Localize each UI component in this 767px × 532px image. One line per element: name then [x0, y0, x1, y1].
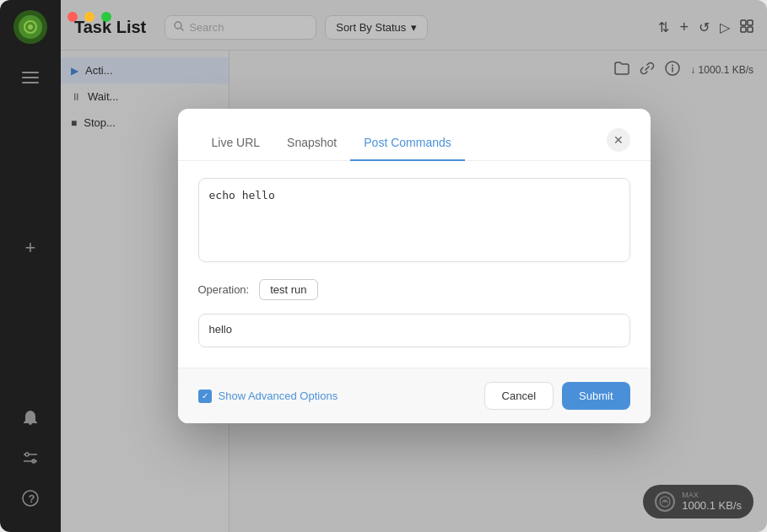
svg-text:?: ?: [29, 492, 35, 505]
sidebar-filter-icon[interactable]: [14, 441, 47, 475]
cancel-button[interactable]: Cancel: [484, 382, 554, 410]
advanced-checkbox[interactable]: ✓: [198, 390, 212, 403]
sidebar-add-icon[interactable]: +: [14, 231, 47, 265]
svg-rect-3: [22, 77, 39, 78]
operation-badge: test run: [259, 279, 317, 300]
modal-body: echo hello Operation: test run hello: [178, 161, 651, 368]
svg-rect-2: [22, 72, 39, 73]
footer-buttons: Cancel Submit: [484, 382, 630, 410]
modal-dialog: Live URL Snapshot Post Commands ✕ echo h…: [178, 109, 651, 423]
modal-close-button[interactable]: ✕: [607, 128, 630, 152]
command-textarea[interactable]: echo hello: [198, 178, 630, 262]
app-window: + ?: [0, 0, 767, 532]
svg-rect-4: [22, 82, 39, 83]
app-logo: [14, 10, 47, 44]
operation-row: Operation: test run: [198, 279, 630, 300]
output-textarea[interactable]: hello: [198, 314, 630, 347]
sidebar-help-icon[interactable]: ?: [14, 481, 47, 515]
show-advanced-label: Show Advanced Options: [219, 390, 338, 402]
traffic-lights: [68, 12, 111, 22]
app-logo-inner: [19, 15, 42, 39]
svg-point-1: [28, 24, 33, 30]
tab-live-url[interactable]: Live URL: [198, 126, 274, 161]
tab-snapshot[interactable]: Snapshot: [273, 126, 350, 161]
modal-footer: ✓ Show Advanced Options Cancel Submit: [178, 368, 651, 423]
submit-button[interactable]: Submit: [562, 382, 629, 410]
traffic-light-red[interactable]: [68, 12, 78, 22]
sidebar-menu-icon[interactable]: [14, 61, 47, 94]
operation-label: Operation:: [198, 283, 250, 296]
sidebar-bell-icon[interactable]: [14, 400, 47, 434]
show-advanced-options[interactable]: ✓ Show Advanced Options: [198, 390, 338, 403]
sidebar: + ?: [0, 0, 61, 532]
traffic-light-yellow[interactable]: [84, 12, 95, 22]
traffic-light-green[interactable]: [101, 12, 111, 22]
modal-header: Live URL Snapshot Post Commands ✕: [178, 109, 651, 161]
svg-point-5: [25, 453, 29, 456]
tab-post-commands[interactable]: Post Commands: [350, 126, 464, 161]
modal-backdrop: Live URL Snapshot Post Commands ✕ echo h…: [61, 0, 767, 532]
